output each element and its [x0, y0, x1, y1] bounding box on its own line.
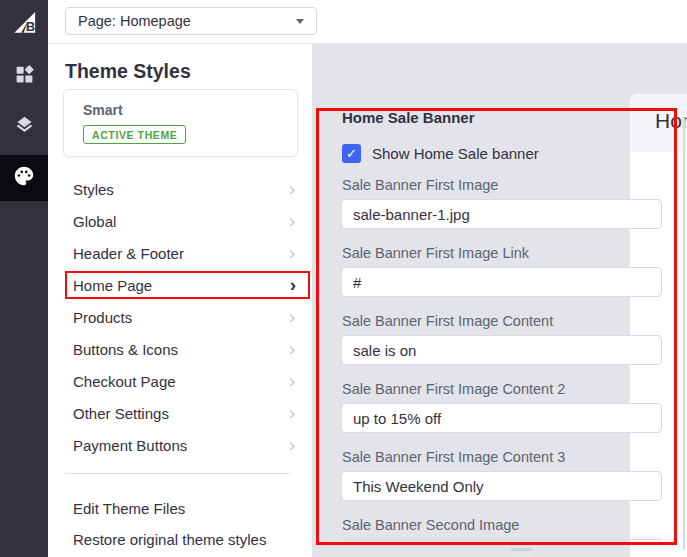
menu-divider: [65, 473, 290, 474]
page-selector-value: Page: Homepage: [78, 13, 191, 29]
menu-item-products[interactable]: Products ›: [65, 301, 305, 333]
apps-grid-icon: [14, 64, 35, 89]
menu-item-styles[interactable]: Styles ›: [65, 173, 305, 205]
field-label-first-image-content: Sale Banner First Image Content: [342, 313, 553, 329]
menu-item-other-settings[interactable]: Other Settings ›: [65, 397, 305, 429]
menu-item-payment-buttons[interactable]: Payment Buttons ›: [65, 429, 305, 461]
svg-text:B: B: [25, 19, 34, 34]
scroll-indicator: [511, 548, 532, 555]
theme-editor-app: B: [0, 0, 687, 557]
menu-item-buttons-icons[interactable]: Buttons & Icons ›: [65, 333, 305, 365]
chevron-right-icon: ›: [290, 275, 296, 294]
input-first-image[interactable]: [341, 199, 662, 229]
chevron-right-icon: ›: [289, 307, 295, 326]
restore-theme-styles-link[interactable]: Restore original theme styles: [73, 531, 266, 548]
topbar: Page: Homepage: [48, 0, 687, 44]
sidebar-item-home[interactable]: B: [0, 8, 48, 40]
sidebar-item-theme-editor[interactable]: [0, 155, 48, 201]
field-label-first-image: Sale Banner First Image: [342, 177, 498, 193]
chevron-right-icon: ›: [289, 211, 295, 230]
caret-down-icon: [296, 19, 304, 24]
input-second-image-partial[interactable]: [341, 539, 662, 540]
theme-styles-title: Theme Styles: [65, 60, 191, 83]
input-first-image-content-2[interactable]: [341, 403, 662, 433]
checkbox-checked[interactable]: ✓: [342, 144, 361, 163]
active-theme-card[interactable]: Smart ACTIVE THEME: [63, 89, 298, 157]
chevron-right-icon: ›: [289, 243, 295, 262]
theme-name: Smart: [83, 102, 123, 118]
menu-item-global[interactable]: Global ›: [65, 205, 305, 237]
chevron-right-icon: ›: [289, 435, 295, 454]
page-selector-dropdown[interactable]: Page: Homepage: [65, 7, 317, 35]
app-sidebar: B: [0, 0, 48, 557]
settings-header: Home Page ✕: [630, 94, 687, 152]
chevron-right-icon: ›: [289, 371, 295, 390]
menu-item-checkout-page[interactable]: Checkout Page ›: [65, 365, 305, 397]
bigcommerce-logo-icon: B: [11, 9, 38, 40]
field-label-first-image-content-2: Sale Banner First Image Content 2: [342, 381, 565, 397]
input-first-image-content-3[interactable]: [341, 471, 662, 501]
chevron-right-icon: ›: [289, 339, 295, 358]
menu-item-home-page[interactable]: Home Page ›: [65, 271, 310, 299]
input-first-image-content[interactable]: [341, 335, 662, 365]
palette-icon: [13, 165, 35, 191]
input-first-image-link[interactable]: [341, 267, 662, 297]
field-label-first-image-content-3: Sale Banner First Image Content 3: [342, 449, 565, 465]
menu-item-header-footer[interactable]: Header & Footer ›: [65, 237, 305, 269]
edit-theme-files-link[interactable]: Edit Theme Files: [73, 500, 185, 517]
layers-icon: [14, 114, 35, 139]
chevron-right-icon: ›: [289, 403, 295, 422]
active-theme-badge: ACTIVE THEME: [83, 125, 186, 144]
checkbox-label: Show Home Sale banner: [372, 145, 539, 162]
chevron-right-icon: ›: [289, 179, 295, 198]
show-home-sale-banner-checkbox-row[interactable]: ✓ Show Home Sale banner: [342, 144, 539, 163]
home-sale-banner-section-title: Home Sale Banner: [342, 109, 475, 126]
field-label-second-image: Sale Banner Second Image: [342, 517, 519, 533]
sidebar-item-apps[interactable]: [0, 53, 48, 99]
field-label-first-image-link: Sale Banner First Image Link: [342, 245, 529, 261]
vertical-scrollbar[interactable]: [683, 117, 685, 550]
sidebar-item-layers[interactable]: [0, 103, 48, 149]
